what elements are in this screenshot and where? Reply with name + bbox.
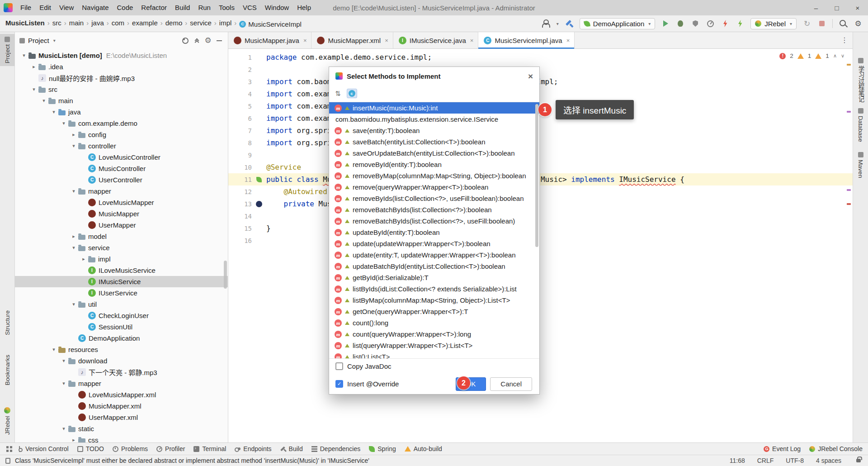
menu-file[interactable]: File — [16, 4, 35, 11]
tree-item-idea[interactable]: ▸.idea — [15, 61, 228, 72]
status-item-build[interactable]: Build — [280, 445, 303, 452]
method-item-insertmusic-music-music-int[interactable]: minsertMusic(music:Music):int — [329, 102, 539, 114]
jrebel-select[interactable]: JRebel ▾ — [750, 18, 797, 29]
method-item-remove-querywrapper-wrapper-t-boolean[interactable]: mremove(queryWrapper:Wrapper<T>):boolean — [329, 181, 539, 193]
tree-item-main[interactable]: ▾main — [15, 95, 228, 106]
copy-javadoc-option[interactable]: Copy JavaDoc — [329, 358, 539, 374]
tree-chevron-icon[interactable]: ▾ — [59, 426, 68, 432]
breadcrumb-musicserviceimpl[interactable]: CMusicServiceImpl — [239, 20, 302, 28]
tab-imusicservice-java[interactable]: IIMusicService.java× — [393, 32, 479, 48]
collapse-all-icon[interactable] — [193, 37, 201, 45]
menu-window[interactable]: Window — [261, 4, 293, 11]
coverage-button[interactable] — [691, 19, 700, 28]
caret-position[interactable]: 11:68 — [730, 457, 745, 464]
tool-window-button-jrebel[interactable]: JRebel — [0, 404, 14, 437]
tree-item-src[interactable]: ▾src — [15, 84, 228, 95]
status-item-spring[interactable]: Spring — [369, 445, 396, 452]
profiler-button[interactable] — [706, 19, 715, 28]
tree-item-mp3[interactable]: ♪下一个天亮 - 郭静.mp3 — [15, 366, 228, 378]
tool-window-button-database[interactable]: Database — [853, 105, 868, 145]
panel-settings-gear-icon[interactable]: ⚙ — [204, 37, 212, 45]
breadcrumb-service[interactable]: service — [190, 19, 212, 27]
tree-item-mapper[interactable]: ▾mapper — [15, 185, 228, 197]
tree-chevron-icon[interactable]: ▾ — [69, 245, 78, 251]
tree-chevron-icon[interactable]: ▾ — [59, 120, 68, 126]
status-item-todo[interactable]: TODO — [77, 445, 104, 452]
close-dialog-icon[interactable]: × — [528, 72, 533, 81]
menu-tools[interactable]: Tools — [215, 4, 239, 11]
breadcrumb-demo[interactable]: demo — [165, 19, 183, 27]
method-item-updatebyid-entity-t-boolean[interactable]: mupdateById(entity:T):boolean — [329, 227, 539, 238]
tree-item-impl[interactable]: ▸impl — [15, 253, 228, 265]
project-scrollbar[interactable] — [224, 261, 227, 289]
maximize-icon[interactable]: □ — [826, 0, 847, 15]
breadcrumb-musiclisten[interactable]: MusicListen — [5, 19, 45, 27]
cancel-button[interactable]: Cancel — [490, 377, 532, 391]
tree-item-css[interactable]: ▸css — [15, 434, 228, 442]
stripe-mark[interactable] — [847, 189, 851, 191]
tree-item-musiclisten-demo[interactable]: ▾MusicListen [demo]E:\code\MusicListen — [15, 50, 228, 61]
status-item-event-log[interactable]: Event Log — [764, 445, 801, 452]
chevron-down-icon[interactable]: ▾ — [53, 38, 56, 43]
jrebel-run-button[interactable] — [736, 19, 745, 28]
minimize-icon[interactable]: – — [806, 0, 826, 15]
menu-build[interactable]: Build — [171, 4, 194, 11]
menu-refactor[interactable]: Refactor — [137, 4, 171, 11]
show-classes-toggle[interactable]: c — [347, 89, 357, 98]
tool-window-button-item[interactable]: 学习过程笔记 — [853, 55, 868, 105]
status-item-profiler[interactable]: Profiler — [156, 445, 185, 452]
method-item-saveorupdatebatch-entitylist-collection-t-boolean[interactable]: msaveOrUpdateBatch(entityList:Collection… — [329, 147, 539, 159]
status-item-dependencies[interactable]: Dependencies — [311, 445, 361, 452]
lock-icon[interactable] — [856, 459, 861, 462]
menu-vcs[interactable]: VCS — [239, 4, 261, 11]
tool-window-button-project[interactable]: Project — [0, 34, 14, 66]
breadcrumb-impl[interactable]: impl — [219, 19, 232, 27]
tree-item-lovemusiccontroller[interactable]: CLoveMusicController — [15, 152, 228, 163]
method-item-removebyid-entity-t-boolean[interactable]: mremoveById(entity:T):boolean — [329, 159, 539, 170]
tab-musicmapper-java[interactable]: MusicMapper.java× — [228, 32, 311, 48]
method-item-removebatchbyids-list-collection-usefill-boolean[interactable]: mremoveBatchByIds(list:Collection<?>, us… — [329, 215, 539, 227]
close-tab-icon[interactable]: × — [385, 37, 388, 44]
tree-item-sessionutil[interactable]: CSessionUtil — [15, 321, 228, 333]
stop-button[interactable] — [817, 19, 826, 28]
tree-item-mapper[interactable]: ▾mapper — [15, 378, 228, 389]
tab-musicserviceimpl-java[interactable]: CMusicServiceImpl.java× — [478, 32, 575, 48]
tree-chevron-icon[interactable]: ▾ — [39, 98, 48, 104]
method-item-getbyid-id-serializable-t[interactable]: mgetById(id:Serializable):T — [329, 272, 539, 283]
close-tab-icon[interactable]: × — [470, 37, 474, 44]
jrebel-debug-button[interactable] — [721, 19, 730, 28]
tree-item-config[interactable]: ▸config — [15, 129, 228, 140]
close-tab-icon[interactable]: × — [566, 37, 570, 44]
spring-bean-gutter-icon[interactable] — [256, 177, 262, 182]
rerun-button[interactable]: ↻ — [802, 19, 811, 28]
debug-button[interactable] — [676, 19, 685, 28]
tree-item-lovemusicmapper[interactable]: LoveMusicMapper — [15, 197, 228, 208]
tree-chevron-icon[interactable]: ▾ — [59, 358, 68, 364]
method-item-save-entity-t-boolean[interactable]: msave(entity:T):boolean — [329, 125, 539, 136]
status-item-auto-build[interactable]: Auto-build — [405, 445, 442, 452]
tool-window-button-maven[interactable]: Maven — [853, 149, 868, 181]
tree-item-lovemusicmapper-xml[interactable]: LoveMusicMapper.xml — [15, 389, 228, 400]
tree-item-service[interactable]: ▾service — [15, 242, 228, 253]
tree-chevron-icon[interactable]: ▾ — [59, 380, 68, 386]
method-item-getone-querywrapper-wrapper-t-t[interactable]: mgetOne(queryWrapper:Wrapper<T>):T — [329, 306, 539, 317]
close-tab-icon[interactable]: × — [303, 37, 307, 44]
menu-help[interactable]: Help — [293, 4, 315, 11]
breadcrumb-example[interactable]: example — [132, 19, 158, 27]
tree-chevron-icon[interactable]: ▸ — [69, 437, 78, 442]
breadcrumb-src[interactable]: src — [52, 19, 61, 27]
tree-item-musicmapper-xml[interactable]: MusicMapper.xml — [15, 400, 228, 412]
tree-chevron-icon[interactable]: ▾ — [69, 301, 78, 307]
tree-chevron-icon[interactable]: ▾ — [29, 86, 38, 92]
tree-item-util[interactable]: ▾util — [15, 299, 228, 310]
method-item-updatebatchbyid-entitylist-collection-t-boolean[interactable]: mupdateBatchById(entityList:Collection<T… — [329, 261, 539, 272]
sort-alphabetically-icon[interactable]: ⇅ — [335, 90, 341, 98]
mybatis-gutter-icon[interactable] — [256, 201, 262, 207]
menu-run[interactable]: Run — [194, 4, 215, 11]
tree-item-imusicservice[interactable]: IIMusicService — [15, 276, 228, 287]
line-separator[interactable]: CRLF — [757, 457, 774, 464]
prev-issue-icon[interactable]: ∧ — [833, 53, 837, 59]
method-item-removebymap-columnmap-map-string-object-boolean[interactable]: mremoveByMap(columnMap:Map<String, Objec… — [329, 170, 539, 181]
tree-item-ilovemusicservice[interactable]: IILoveMusicService — [15, 265, 228, 276]
indent-setting[interactable]: 4 spaces — [816, 457, 841, 464]
